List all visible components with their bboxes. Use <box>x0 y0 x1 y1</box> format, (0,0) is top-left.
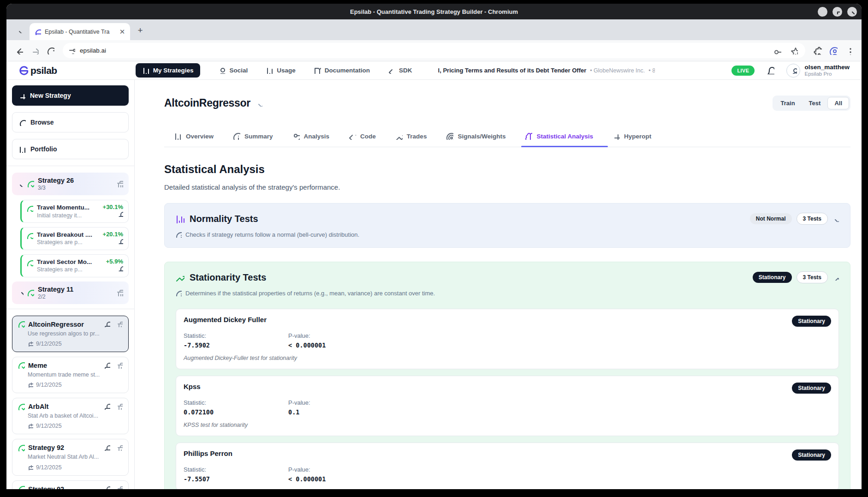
strategy-card-arbalt[interactable]: ArbAlt Stat Arb a basket of Altcoi... 9/… <box>12 398 129 434</box>
check-circle-icon <box>18 362 25 369</box>
strategy-date: 9/12/2025 <box>36 341 62 347</box>
chevron-down-icon[interactable] <box>18 181 24 187</box>
lock-icon <box>118 211 123 217</box>
nav-sdk[interactable]: SDK <box>388 67 412 74</box>
strategy-card-92b[interactable]: Strategy 92 Stat Arb Altcoins using m... <box>12 480 129 489</box>
lock-icon[interactable] <box>104 403 110 410</box>
ticker-source: • GlobeNewswire Inc. <box>590 67 645 74</box>
mode-train[interactable]: Train <box>774 97 802 109</box>
forward-icon[interactable] <box>28 44 42 58</box>
p-value-label: P-value: <box>288 332 831 339</box>
strategy-group-26[interactable]: Strategy 26 3/3 <box>12 173 129 195</box>
epsilab-logo[interactable]: psilab <box>18 65 57 76</box>
browser-window: Epsilab - Quantitative Trading Strategy … <box>6 4 862 489</box>
expand-chevron-down-icon[interactable] <box>832 216 839 222</box>
substrategy-card[interactable]: Travel Breakout .... Strategies are p...… <box>20 227 129 250</box>
browse-button[interactable]: Browse <box>12 112 129 132</box>
notifications-bell-icon[interactable] <box>767 66 774 74</box>
strategy-title: AltcoinRegressor <box>28 321 84 328</box>
lock-icon <box>118 266 123 271</box>
strategy-chevron-down-icon[interactable] <box>256 100 262 107</box>
new-strategy-button[interactable]: New Strategy <box>12 85 129 106</box>
user-name: olsen_matthew <box>804 64 850 71</box>
nav-social[interactable]: Social <box>219 67 248 74</box>
tab-search-chevron-icon[interactable] <box>13 24 26 36</box>
mode-all[interactable]: All <box>827 97 849 109</box>
trash-icon[interactable] <box>117 321 123 328</box>
tests-count-badge: 3 Tests <box>797 271 828 283</box>
strategy-group-11[interactable]: Strategy 11 2/2 <box>12 281 129 304</box>
test-note: Augmented Dickey-Fuller test for station… <box>184 355 831 361</box>
page-title: Statistical Analysis <box>164 163 850 176</box>
ticker-time: • 8: <box>648 67 654 74</box>
strategy-subtitle: Market Neutral Stat Arb Al... <box>28 453 123 461</box>
browser-toolbar: epsilab.ai <box>6 40 862 61</box>
user-menu[interactable]: olsen_matthew Epsilab Pro <box>786 64 850 78</box>
trash-icon[interactable] <box>117 362 123 369</box>
minimize-button[interactable] <box>818 7 827 17</box>
tab-analysis[interactable]: Analysis <box>291 126 331 147</box>
mode-test[interactable]: Test <box>802 97 828 109</box>
tab-summary[interactable]: Summary <box>232 126 274 147</box>
check-circle-icon <box>18 485 25 489</box>
tab-trades[interactable]: Trades <box>394 126 428 147</box>
p-value-label: P-value: <box>288 466 831 473</box>
strategy-card-meme[interactable]: Meme Momentum trade meme st... 9/12/2025 <box>12 357 129 393</box>
browser-profile-icon[interactable] <box>826 44 840 58</box>
tab-hyperopt[interactable]: Hyperopt <box>612 126 652 147</box>
substrategy-card[interactable]: Travel Sector Mo... Strategies are p... … <box>20 254 129 277</box>
statistic-label: Statistic: <box>184 332 288 339</box>
substrategy-card[interactable]: Travel Momentu... Initial strategy it...… <box>20 200 129 223</box>
url-text[interactable]: epsilab.ai <box>80 47 767 54</box>
collapse-chevron-up-icon[interactable] <box>832 274 839 281</box>
chevron-right-icon[interactable] <box>18 290 24 296</box>
lock-icon[interactable] <box>104 486 110 489</box>
tab-code[interactable]: Code <box>348 126 377 147</box>
statistic-value: 0.072100 <box>184 408 288 416</box>
stationarity-tests-section: Stationarity Tests Stationary 3 Tests De… <box>164 262 850 489</box>
tab-signals-weights[interactable]: Signals/Weights <box>445 126 506 147</box>
substrategy-title: Travel Sector Mo... <box>37 258 92 266</box>
lock-icon[interactable] <box>104 321 110 328</box>
trash-icon[interactable] <box>116 289 123 296</box>
news-ticker[interactable]: l, Pricing Terms and Results of its Debt… <box>438 67 655 74</box>
maximize-button[interactable] <box>832 7 842 17</box>
main-nav: My Strategies Social Usage Documentation… <box>136 63 412 78</box>
lock-icon[interactable] <box>104 445 110 451</box>
trash-icon[interactable] <box>117 445 123 451</box>
test-result-badge: Stationary <box>792 316 831 327</box>
trash-icon[interactable] <box>117 403 123 410</box>
check-circle-icon <box>18 403 25 410</box>
tab-overview[interactable]: Overview <box>173 126 214 147</box>
lock-icon[interactable] <box>104 362 110 369</box>
back-icon[interactable] <box>12 44 26 58</box>
portfolio-button[interactable]: Portfolio <box>12 139 129 159</box>
close-button[interactable] <box>847 7 857 17</box>
nav-my-strategies[interactable]: My Strategies <box>136 63 201 78</box>
site-settings-icon[interactable] <box>68 47 75 54</box>
browser-menu-icon[interactable] <box>842 44 856 58</box>
nav-usage[interactable]: Usage <box>266 67 296 74</box>
reload-icon[interactable] <box>43 44 57 58</box>
browser-tab[interactable]: Epsilab - Quantitative Tra ✕ <box>30 23 130 40</box>
bookmark-star-icon[interactable] <box>788 45 800 57</box>
calendar-icon <box>28 382 33 388</box>
group-count: 2/2 <box>38 293 73 300</box>
statistic-label: Statistic: <box>184 466 288 473</box>
strategy-card-92a[interactable]: Strategy 92 Market Neutral Stat Arb Al..… <box>12 439 129 475</box>
trash-icon[interactable] <box>116 180 123 187</box>
mode-toggle: Train Test All <box>773 96 850 111</box>
strategy-card-altcoinregressor[interactable]: AltcoinRegressor Use regression algos to… <box>12 316 129 352</box>
section-description: Checks if strategy returns follow a norm… <box>185 231 359 238</box>
nav-documentation[interactable]: Documentation <box>314 67 370 74</box>
tab-close-icon[interactable]: ✕ <box>118 28 126 36</box>
trash-icon[interactable] <box>117 486 123 489</box>
calendar-icon <box>28 423 33 429</box>
trending-up-icon <box>176 273 184 282</box>
tab-statistical-analysis[interactable]: Statistical Analysis <box>524 126 594 147</box>
new-tab-button[interactable]: + <box>134 24 147 37</box>
extensions-puzzle-icon[interactable] <box>811 44 825 58</box>
password-key-icon[interactable] <box>771 45 783 57</box>
url-bar[interactable]: epsilab.ai <box>63 43 805 58</box>
substrategy-subtitle: Initial strategy it... <box>37 212 89 219</box>
